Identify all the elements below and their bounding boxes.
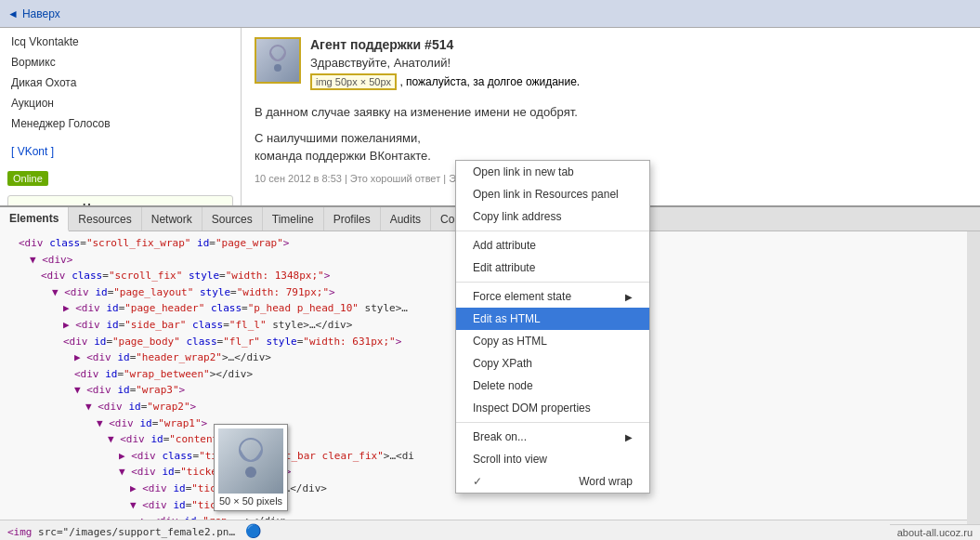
bottom-bar: about-all.ucoz.ru — [890, 524, 980, 540]
ctx-scroll-view[interactable]: Scroll into view — [456, 448, 649, 470]
ctx-arrow-break: ▶ — [625, 432, 633, 442]
ctx-word-wrap[interactable]: ✓ Word wrap — [456, 470, 649, 493]
back-arrow-icon: ◄ — [7, 7, 19, 20]
tooltip-svg — [223, 433, 279, 489]
bottom-label: about-all.ucoz.ru — [897, 527, 973, 538]
ctx-delete-node[interactable]: Delete node — [456, 375, 649, 397]
ctx-check-icon: ✓ — [473, 475, 482, 488]
tab-profiles[interactable]: Profiles — [324, 207, 381, 230]
ctx-force-state[interactable]: Force element state ▶ — [456, 285, 649, 308]
svg-point-2 — [240, 439, 262, 461]
back-label: Наверх — [22, 7, 60, 20]
tab-audits[interactable]: Audits — [381, 207, 431, 230]
img-tooltip-size: 50 × 50 pixels — [218, 495, 283, 507]
ticket-info: Агент поддержки #514 Здравствуйте, Анато… — [310, 37, 967, 96]
img-tooltip: 50 × 50 pixels — [214, 424, 288, 511]
tree-line-17[interactable]: ▼ <div id="tick… …s"> — [7, 497, 973, 514]
ctx-edit-attr[interactable]: Edit attribute — [456, 257, 649, 279]
ctx-inspect-dom[interactable]: Inspect DOM properties — [456, 397, 649, 419]
ctx-sep-2 — [456, 282, 649, 283]
img-tooltip-image — [218, 428, 283, 494]
ticket-header: Агент поддержки #514 Здравствуйте, Анато… — [255, 37, 967, 96]
tab-network[interactable]: Network — [142, 207, 203, 230]
nav-item-auction[interactable]: Аукцион — [0, 93, 241, 113]
img-size-label: img 50px × 50px — [310, 73, 397, 90]
nav-item-manager[interactable]: Менеджер Голосов — [0, 113, 241, 134]
ctx-open-resources[interactable]: Open link in Resources panel — [456, 183, 649, 205]
scroll-bar[interactable] — [967, 231, 980, 540]
online-badge: Online — [7, 171, 48, 186]
nav-item-wild-hunt[interactable]: Дикая Охота — [0, 72, 241, 93]
ctx-copy-html[interactable]: Copy as HTML — [456, 330, 649, 352]
back-button[interactable]: ◄ Наверх — [7, 7, 60, 20]
ticket-avatar — [255, 37, 301, 84]
tab-sources[interactable]: Sources — [203, 207, 263, 230]
ctx-copy-xpath[interactable]: Copy XPath — [456, 352, 649, 375]
ticket-title: Агент поддержки #514 — [310, 37, 967, 52]
ctx-add-attr[interactable]: Add attribute — [456, 234, 649, 257]
nav-item-icq[interactable]: Icq Vkontakte — [0, 32, 241, 52]
ctx-edit-html[interactable]: Edit as HTML — [456, 308, 649, 330]
ctx-copy-link[interactable]: Copy link address — [456, 205, 649, 228]
ctx-sep-1 — [456, 230, 649, 231]
svg-point-1 — [274, 64, 281, 72]
tab-elements[interactable]: Elements — [0, 207, 69, 231]
svg-point-3 — [245, 467, 256, 478]
top-bar: ◄ Наверх — [0, 0, 980, 28]
ctx-sep-3 — [456, 422, 649, 423]
context-menu: Open link in new tab Open link in Resour… — [455, 160, 650, 494]
tab-resources[interactable]: Resources — [69, 207, 141, 230]
avatar-svg — [259, 42, 296, 79]
ticket-img-label: img 50px × 50px , пожалуйста, за долгое … — [310, 73, 967, 96]
left-nav: Icq Vkontakte Вормикс Дикая Охота Аукцио… — [0, 28, 242, 233]
status-text: <img src="/images/support_female2.pn… 🔵 — [7, 523, 261, 538]
nav-item-vormix[interactable]: Вормикс — [0, 52, 241, 72]
signature-line1: С наилучшими пожеланиями, — [255, 129, 967, 148]
tab-timeline[interactable]: Timeline — [263, 207, 324, 230]
avatar-image — [256, 39, 299, 82]
ticket-body-text: , пожалуйста, за долгое ожидание. — [399, 75, 580, 88]
nav-item-vkont[interactable]: [ VKont ] — [0, 141, 241, 162]
ticket-body: В данном случае заявку на изменение имен… — [255, 103, 967, 122]
devtools-status: <img src="/images/support_female2.pn… 🔵 — [0, 520, 967, 540]
ctx-arrow-force: ▶ — [625, 292, 633, 302]
ticket-greeting: Здравствуйте, Анатолий! — [310, 56, 967, 70]
ctx-break-on[interactable]: Break on... ▶ — [456, 426, 649, 448]
ctx-open-new-tab[interactable]: Open link in new tab — [456, 161, 649, 183]
